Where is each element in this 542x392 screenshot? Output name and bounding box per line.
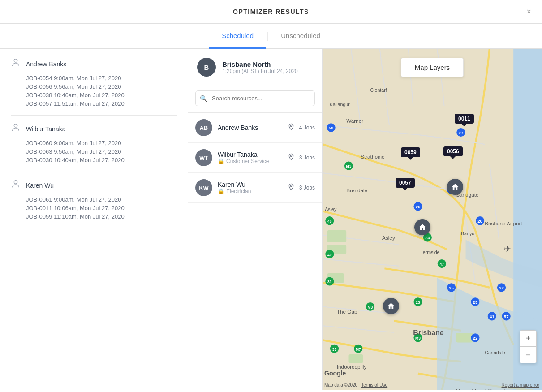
search-input[interactable]: [195, 90, 315, 106]
region-avatar: B: [197, 58, 216, 77]
svg-text:✈: ✈: [504, 244, 511, 254]
tab-unscheduled[interactable]: Unscheduled: [268, 24, 333, 49]
resource-left: ABAndrew Banks: [195, 119, 258, 136]
svg-text:M7: M7: [356, 347, 361, 352]
resource-sub: 🔒 Customer Service: [218, 158, 269, 164]
svg-text:22: 22: [473, 336, 478, 340]
svg-text:Carindale: Carindale: [485, 350, 505, 355]
job-item: JOB-0054 9:00am, Mon Jul 27, 2020: [26, 74, 177, 82]
svg-text:26: 26: [416, 204, 421, 209]
svg-point-4: [290, 155, 292, 156]
svg-text:Strathpine: Strathpine: [361, 154, 384, 159]
svg-text:58: 58: [329, 125, 334, 130]
resource-info: Wilbur Tanaka🔒 Customer Service: [218, 151, 269, 164]
map-pin-icon: [288, 183, 295, 192]
resource-info: Andrew Banks: [218, 124, 258, 131]
resource-avatar: AB: [195, 119, 212, 136]
svg-text:47: 47: [440, 262, 444, 267]
map-background: 58 27 M3 40 40 31 26 26 26 A3 47 25 M3: [323, 49, 542, 390]
worker-header: Wilbur Tanaka: [11, 123, 177, 135]
svg-text:22: 22: [499, 285, 504, 290]
svg-text:Asley: Asley: [325, 207, 337, 212]
svg-text:Asley: Asley: [382, 235, 395, 241]
svg-text:M3: M3: [368, 305, 373, 310]
google-logo: Google: [324, 370, 346, 377]
svg-text:The Gap: The Gap: [337, 309, 357, 314]
lock-icon: 🔒: [218, 158, 224, 164]
modal-header: OPTIMIZER RESULTS ×: [0, 0, 542, 24]
svg-text:Indooroopilly: Indooroopilly: [337, 364, 367, 370]
worker-card: Andrew BanksJOB-0054 9:00am, Mon Jul 27,…: [11, 58, 177, 116]
svg-text:Upper Mount Gravatt: Upper Mount Gravatt: [456, 388, 505, 390]
region-header: B Brisbane North 1:20pm (AEST) Fri Jul 2…: [188, 49, 322, 84]
resource-name: Karen Wu: [218, 181, 251, 188]
map-attribution-right: Report a map error: [502, 383, 539, 388]
tabs-bar: Scheduled | Unscheduled: [0, 24, 542, 49]
svg-text:A3: A3: [425, 236, 430, 240]
resource-item[interactable]: KWKaren Wu🔒 Electrician3 Jobs: [188, 173, 322, 203]
resource-avatar: WT: [195, 149, 212, 166]
close-button[interactable]: ×: [526, 7, 531, 17]
svg-text:Brisbane Airport: Brisbane Airport: [485, 220, 522, 226]
resource-item[interactable]: ABAndrew Banks4 Jobs: [188, 113, 322, 143]
report-map-error-link[interactable]: Report a map error: [502, 383, 539, 388]
worker-name: Karen Wu: [26, 182, 54, 189]
resource-left: WTWilbur Tanaka🔒 Customer Service: [195, 149, 269, 166]
job-item: JOB-0059 11:10am, Mon Jul 27, 2020: [26, 212, 177, 221]
job-list: JOB-0054 9:00am, Mon Jul 27, 2020JOB-005…: [11, 74, 177, 108]
svg-text:23: 23: [416, 300, 420, 305]
svg-point-3: [290, 125, 292, 126]
lock-icon: 🔒: [218, 188, 224, 194]
zoom-out-button[interactable]: −: [520, 347, 536, 363]
resource-avatar: KW: [195, 179, 212, 196]
job-item: JOB-0030 10:40am, Mon Jul 27, 2020: [26, 156, 177, 164]
job-item: JOB-0061 9:00am, Mon Jul 27, 2020: [26, 195, 177, 204]
worker-name: Andrew Banks: [26, 60, 66, 68]
person-icon: [11, 179, 21, 192]
resource-right: 3 Jobs: [288, 183, 315, 192]
resource-item[interactable]: WTWilbur Tanaka🔒 Customer Service3 Jobs: [188, 143, 322, 173]
middle-panel: B Brisbane North 1:20pm (AEST) Fri Jul 2…: [188, 49, 323, 390]
svg-text:35: 35: [332, 347, 337, 352]
job-item: JOB-0056 9:56am, Mon Jul 27, 2020: [26, 82, 177, 91]
svg-text:ermside: ermside: [423, 250, 440, 255]
map-pin-icon: [288, 153, 295, 162]
svg-text:40: 40: [327, 253, 332, 257]
job-item: JOB-0057 11:51am, Mon Jul 27, 2020: [26, 99, 177, 108]
svg-point-1: [14, 124, 17, 127]
search-icon: 🔍: [200, 95, 207, 102]
job-item: JOB-0011 10:06am, Mon Jul 27, 2020: [26, 204, 177, 212]
modal-title: OPTIMIZER RESULTS: [233, 8, 309, 15]
svg-text:57: 57: [504, 314, 509, 319]
svg-rect-12: [348, 354, 363, 363]
jobs-count: 3 Jobs: [299, 185, 315, 191]
svg-text:Banyo: Banyo: [461, 231, 474, 236]
worker-card: Karen WuJOB-0061 9:00am, Mon Jul 27, 202…: [11, 179, 177, 228]
map-layers-button[interactable]: Map Layers: [401, 58, 464, 77]
svg-point-2: [14, 181, 17, 184]
terms-of-use-link[interactable]: Terms of Use: [361, 383, 387, 388]
worker-card: Wilbur TanakaJOB-0060 9:00am, Mon Jul 27…: [11, 123, 177, 172]
svg-text:M3: M3: [415, 336, 421, 340]
person-icon: [11, 123, 21, 135]
resource-right: 4 Jobs: [288, 123, 315, 132]
svg-text:M3: M3: [346, 164, 352, 168]
svg-text:26: 26: [449, 188, 454, 193]
job-item: JOB-0063 9:50am, Mon Jul 27, 2020: [26, 147, 177, 156]
tab-scheduled[interactable]: Scheduled: [209, 24, 266, 49]
zoom-in-button[interactable]: +: [520, 331, 536, 347]
svg-text:Brisbane: Brisbane: [413, 329, 443, 336]
main-content: Andrew BanksJOB-0054 9:00am, Mon Jul 27,…: [0, 49, 542, 390]
svg-rect-8: [327, 230, 347, 242]
resource-sub: 🔒 Electrician: [218, 188, 251, 194]
resource-right: 3 Jobs: [288, 153, 315, 162]
jobs-count: 4 Jobs: [299, 125, 315, 131]
resource-list: ABAndrew Banks4 JobsWTWilbur Tanaka🔒 Cus…: [188, 113, 322, 390]
resource-name: Andrew Banks: [218, 124, 258, 131]
region-time: 1:20pm (AEST) Fri Jul 24, 2020: [222, 68, 298, 74]
map-pin-icon: [288, 123, 295, 132]
map-panel: 58 27 M3 40 40 31 26 26 26 A3 47 25 M3: [323, 49, 542, 390]
svg-text:31: 31: [327, 280, 332, 284]
svg-text:Clontarf: Clontarf: [370, 87, 387, 93]
svg-text:40: 40: [327, 219, 332, 224]
